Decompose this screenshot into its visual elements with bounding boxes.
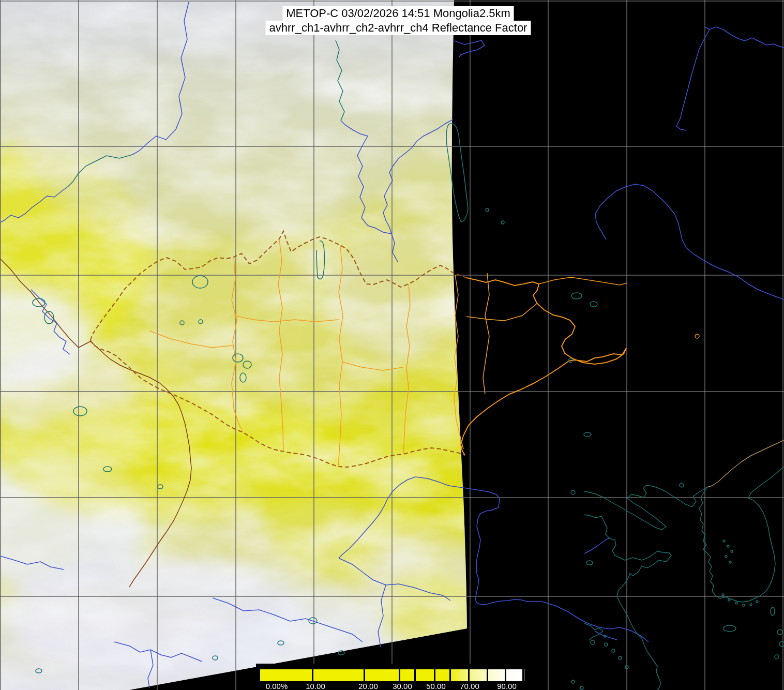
colorbar-tick: [434, 669, 435, 681]
title-line-2: avhrr_ch1-avhrr_ch2-avhrr_ch4 Reflectanc…: [266, 21, 531, 35]
colorbar-tick: [487, 669, 488, 681]
colorbar-tick-label: 20.00: [358, 682, 378, 690]
colorbar-tick: [449, 669, 451, 681]
image-title: METOP-C 03/02/2026 14:51 Mongolia2.5km a…: [266, 6, 531, 35]
satellite-map-canvas: [0, 0, 784, 690]
data-swath: [0, 0, 494, 690]
colorbar-tick: [468, 669, 470, 681]
title-line-1: METOP-C 03/02/2026 14:51 Mongolia2.5km: [282, 6, 514, 21]
colorbar-tick-label: 50.00: [426, 682, 446, 690]
colorbar-tick-label: 10.00: [306, 682, 325, 690]
colorbar-tick: [312, 669, 313, 681]
colorbar-tick: [414, 669, 416, 681]
colorbar-tick-label: 90.00: [497, 682, 517, 690]
colorbar: [260, 669, 524, 681]
colorbar-tick: [364, 669, 365, 681]
colorbar-tick-label: 70.00: [460, 682, 479, 690]
colorbar-tick: [522, 669, 524, 681]
colorbar-tick: [505, 669, 506, 681]
colorbar-tick: [399, 669, 400, 681]
colorbar-tick-label: 30.00: [393, 682, 412, 690]
swath-cloud-texture: [0, 0, 468, 690]
colorbar-tick-label: 0.00%: [266, 682, 288, 690]
satellite-viewer: METOP-C 03/02/2026 14:51 Mongolia2.5km a…: [0, 0, 784, 690]
